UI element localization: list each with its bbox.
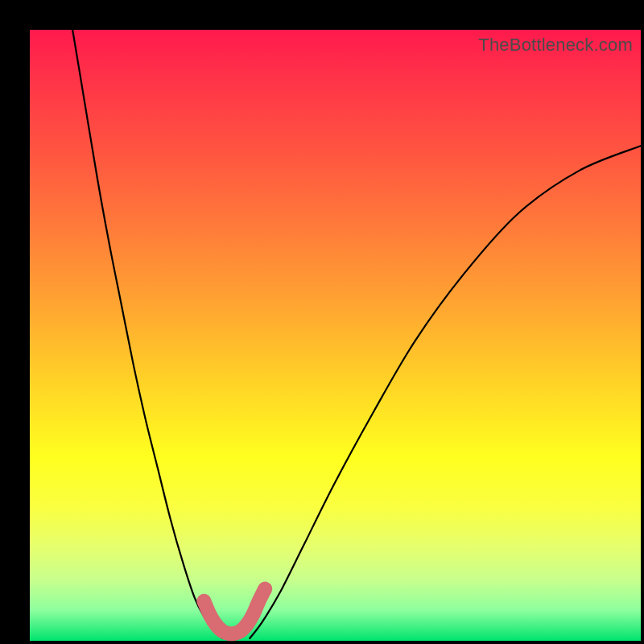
plot-area: TheBottleneck.com: [30, 30, 641, 641]
left-curve: [72, 30, 222, 638]
right-curve: [250, 146, 641, 638]
bottom-u-marker: [204, 589, 265, 634]
curve-layer: [30, 30, 641, 641]
chart-frame: TheBottleneck.com: [0, 0, 644, 644]
